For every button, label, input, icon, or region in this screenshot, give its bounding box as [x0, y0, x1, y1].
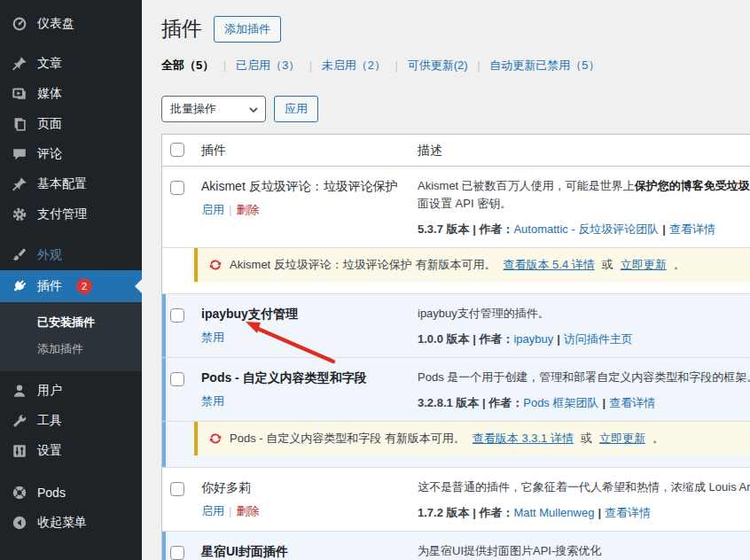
sidebar-item-tools[interactable]: 工具	[0, 406, 142, 436]
update-count-badge: 2	[76, 278, 92, 294]
sidebar-label: 用户	[37, 383, 62, 399]
update-now-link[interactable]: 立即更新	[621, 257, 667, 273]
row-checkbox[interactable]	[170, 482, 184, 496]
bulk-action-select[interactable]: 批量操作	[161, 96, 266, 122]
sidebar-item-collapse-menu[interactable]: 收起菜单	[0, 508, 142, 538]
sidebar-label: 支付管理	[37, 206, 87, 222]
submenu-add-plugin[interactable]: 添加插件	[0, 336, 142, 362]
version-author: 1.7.2 版本 | 作者：	[418, 506, 513, 519]
update-notice-row: Akismet 反垃圾评论：垃圾评论保护 有新版本可用。 查看版本 5.4 详情…	[162, 247, 750, 293]
delete-link[interactable]: 删除	[236, 504, 259, 517]
chevron-down-icon	[248, 105, 259, 115]
view-details-link[interactable]: 查看详情	[669, 222, 715, 236]
sidebar-item-comments[interactable]: 评论	[0, 139, 142, 169]
sidebar-item-dashboard[interactable]: 仪表盘	[0, 9, 142, 39]
admin-sidebar: 仪表盘 文章 媒体 页面 评论 基本配置 支付管理	[0, 0, 142, 560]
paintbrush-icon	[11, 246, 28, 264]
description-column-header: 描述	[418, 143, 750, 159]
sidebar-label: Pods	[37, 486, 66, 500]
author-link[interactable]: Automattic - 反垃圾评论团队	[513, 222, 659, 236]
plugin-name: Akismet 反垃圾评论：垃圾评论保护	[201, 177, 409, 195]
sidebar-item-appearance[interactable]: 外观	[0, 240, 142, 270]
delete-link[interactable]: 删除	[236, 203, 259, 216]
update-notice-row: Pods - 自定义内容类型和字段 有新版本可用。 查看版本 3.3.1 详情或…	[162, 421, 750, 467]
table-row: ipaybuy支付管理 禁用 ipaybuy支付管理的插件。 1.0.0 版本 …	[162, 293, 750, 357]
pushpin-icon	[11, 55, 28, 73]
active-menu-notch	[128, 279, 142, 293]
notice-text: Pods - 自定义内容类型和字段 有新版本可用。	[230, 431, 465, 447]
plugin-name: 星宿UI封面插件	[201, 542, 409, 560]
update-icon	[208, 432, 223, 446]
activate-link[interactable]: 启用	[201, 504, 224, 517]
plugins-submenu: 已安装插件 添加插件	[0, 302, 142, 371]
sidebar-label: 页面	[37, 116, 62, 132]
row-checkbox[interactable]	[170, 546, 184, 560]
plugin-description-line2: 面设置 API 密钥。	[418, 195, 750, 213]
table-header-row: 插件 描述	[162, 135, 750, 167]
plugin-plug-icon	[11, 277, 28, 295]
update-now-link[interactable]: 立即更新	[599, 431, 645, 447]
page-title: 插件	[161, 15, 202, 43]
pods-lifebuoy-icon	[11, 484, 28, 502]
sidebar-label: 外观	[37, 247, 62, 263]
plugin-description: 这不是普通的插件，它象征着一代人希望和热情，浓缩成 Louis Arm	[418, 478, 750, 496]
filter-auto-update-disabled[interactable]: 自动更新已禁用	[489, 58, 570, 72]
activate-link[interactable]: 启用	[201, 203, 224, 216]
sidebar-label: 插件	[37, 278, 62, 294]
deactivate-link[interactable]: 禁用	[201, 331, 224, 344]
sidebar-item-plugins[interactable]: 插件 2	[0, 270, 142, 302]
view-version-details-link[interactable]: 查看版本 3.3.1 详情	[473, 431, 574, 447]
plugin-status-filters: 全部（5） | 已启用（3） | 未启用（2） | 可供更新(2) | 自动更新…	[161, 58, 750, 74]
view-details-link[interactable]: 查看详情	[605, 506, 651, 519]
plugins-table: 插件 描述 Akismet 反垃圾评论：垃圾评论保护 启用|删除 Akismet…	[161, 134, 750, 560]
sidebar-label: 媒体	[37, 86, 62, 102]
collapse-arrow-icon	[11, 514, 28, 532]
view-version-details-link[interactable]: 查看版本 5.4 详情	[503, 257, 594, 273]
sidebar-label: 文章	[37, 56, 62, 72]
sidebar-item-users[interactable]: 用户	[0, 376, 142, 406]
version-author: 3.2.8.1 版本 | 作者：	[418, 396, 523, 409]
sidebar-item-pods[interactable]: Pods	[0, 478, 142, 508]
plugin-description: Pods 是一个用于创建，管理和部署自定义内容类型和字段的框架。	[418, 369, 750, 386]
filter-inactive[interactable]: 未启用	[322, 58, 356, 72]
sidebar-item-media[interactable]: 媒体	[0, 79, 142, 109]
dashboard-icon	[11, 15, 28, 33]
add-plugin-button[interactable]: 添加插件	[214, 16, 281, 43]
pushpin-icon	[11, 175, 28, 193]
deactivate-link[interactable]: 禁用	[201, 394, 224, 408]
row-checkbox[interactable]	[170, 308, 184, 323]
filter-update-available[interactable]: 可供更新	[408, 58, 454, 72]
sidebar-label: 仪表盘	[37, 16, 74, 32]
version-author: 5.3.7 版本 | 作者：	[418, 222, 513, 236]
table-row: 你好多莉 启用|删除 这不是普通的插件，它象征着一代人希望和热情，浓缩成 Lou…	[162, 467, 750, 531]
sidebar-label: 基本配置	[37, 176, 87, 192]
comment-bubble-icon	[11, 145, 28, 163]
version-author: 1.0.0 版本 | 作者：	[418, 332, 513, 346]
sidebar-item-payment[interactable]: 支付管理	[0, 199, 142, 229]
filter-active[interactable]: 已启用	[236, 58, 270, 72]
table-row: Pods - 自定义内容类型和字段 禁用 Pods 是一个用于创建，管理和部署自…	[162, 357, 750, 421]
plugin-name: Pods - 自定义内容类型和字段	[201, 369, 409, 386]
plugin-description: Akismet 已被数百万人使用，可能是世界上	[418, 179, 635, 192]
select-all-checkbox[interactable]	[170, 143, 184, 157]
sidebar-item-settings[interactable]: 设置	[0, 436, 142, 466]
view-details-link[interactable]: 查看详情	[609, 396, 655, 409]
row-checkbox[interactable]	[170, 372, 184, 386]
plugins-page-content: 插件 添加插件 全部（5） | 已启用（3） | 未启用（2） | 可供更新(2…	[142, 0, 750, 560]
plugin-description: ipaybuy支付管理的插件。	[418, 305, 750, 323]
filter-all[interactable]: 全部	[161, 58, 184, 72]
author-link[interactable]: Matt Mullenweg	[513, 506, 594, 519]
user-icon	[11, 382, 28, 400]
sidebar-item-pages[interactable]: 页面	[0, 109, 142, 139]
sidebar-item-basic-config[interactable]: 基本配置	[0, 169, 142, 199]
sidebar-item-posts[interactable]: 文章	[0, 49, 142, 79]
row-checkbox[interactable]	[170, 181, 184, 195]
apply-button[interactable]: 应用	[274, 96, 318, 122]
media-icon	[11, 85, 28, 103]
wrench-icon	[11, 412, 28, 430]
gear-icon	[11, 206, 28, 223]
author-link[interactable]: Pods 框架团队	[523, 396, 598, 409]
visit-plugin-site-link[interactable]: 访问插件主页	[564, 332, 633, 346]
author-link[interactable]: ipaybuy	[513, 332, 553, 346]
submenu-installed-plugins[interactable]: 已安装插件	[0, 309, 142, 336]
